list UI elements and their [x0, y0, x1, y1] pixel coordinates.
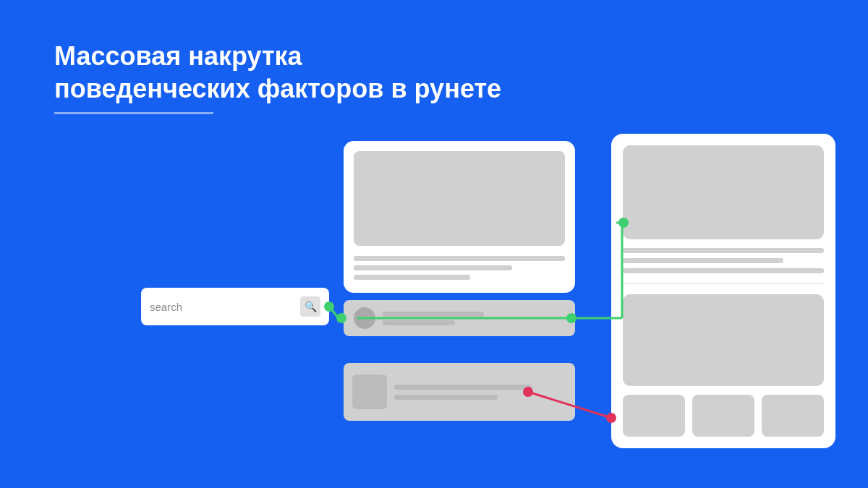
- card-bottom-line-2: [394, 395, 498, 400]
- result-lines: [383, 312, 565, 325]
- card-top-image: [354, 151, 565, 246]
- page-title: Массовая накрутка поведенческих факторов…: [54, 40, 501, 105]
- card-top-line-2: [354, 265, 512, 270]
- card-right-line-2: [623, 258, 783, 263]
- card-right-line-3: [623, 268, 824, 273]
- card-right-thumbs: [623, 395, 824, 437]
- card-right-thumb-1: [623, 395, 685, 437]
- card-right-thumb-2: [692, 395, 754, 437]
- card-right-divider: [623, 283, 824, 284]
- card-right-line-1: [623, 248, 824, 253]
- card-right-thumb-3: [762, 395, 824, 437]
- search-input-area: search: [150, 301, 300, 313]
- card-top-lines: [354, 253, 565, 283]
- title-underline: [54, 112, 213, 114]
- card-bottom-line-1: [394, 385, 532, 390]
- search-box[interactable]: search 🔍: [141, 288, 329, 325]
- card-right: [611, 134, 835, 448]
- card-top-line-1: [354, 256, 565, 261]
- card-bottom-thumb: [352, 374, 387, 409]
- title-block: Массовая накрутка поведенческих факторов…: [54, 40, 501, 114]
- result-line-2: [383, 320, 455, 325]
- card-bottom: [344, 363, 575, 421]
- card-bottom-lines: [394, 385, 566, 400]
- search-placeholder-text: search: [150, 301, 182, 313]
- card-top: [344, 141, 575, 293]
- search-icon: 🔍: [300, 296, 320, 317]
- result-line-1: [383, 312, 484, 317]
- card-top-line-3: [354, 275, 470, 280]
- card-right-image: [623, 145, 824, 239]
- search-result-bar: [344, 300, 575, 336]
- card-right-text-lines: [623, 248, 824, 273]
- card-right-block2: [623, 294, 824, 386]
- result-avatar: [354, 307, 375, 329]
- svg-line-0: [329, 307, 339, 318]
